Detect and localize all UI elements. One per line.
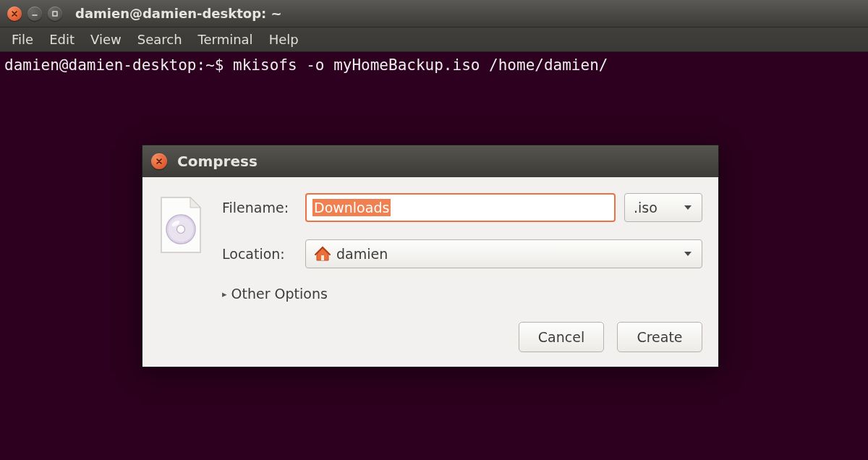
extension-select[interactable]: .iso	[624, 193, 702, 222]
dialog-titlebar: Compress	[142, 145, 718, 177]
cancel-button-label: Cancel	[538, 329, 584, 345]
iso-file-icon	[158, 193, 209, 352]
other-options-label: Other Options	[231, 286, 328, 302]
dialog-body: Filename: Downloads .iso Location:	[142, 177, 718, 367]
svg-rect-5	[321, 255, 324, 260]
maximize-window-button[interactable]	[48, 7, 62, 21]
maximize-icon	[51, 10, 59, 17]
home-icon	[315, 246, 331, 262]
filename-input[interactable]: Downloads	[305, 193, 616, 222]
svg-rect-0	[53, 12, 57, 16]
chevron-down-icon	[683, 200, 693, 216]
minimize-icon	[31, 10, 38, 17]
location-value: damien	[336, 246, 388, 262]
other-options-expander[interactable]: ▸ Other Options	[222, 286, 702, 302]
location-label: Location:	[222, 246, 305, 262]
location-select[interactable]: damien	[305, 239, 702, 268]
terminal-command: mkisofs -o myHomeBackup.iso /home/damien…	[233, 56, 608, 74]
triangle-right-icon: ▸	[222, 289, 227, 299]
chevron-down-icon	[683, 246, 693, 262]
close-window-button[interactable]	[7, 7, 22, 21]
close-icon	[11, 10, 18, 17]
minimize-window-button[interactable]	[27, 7, 42, 21]
close-icon	[156, 158, 163, 165]
compress-dialog: Compress Filename: Downloads	[142, 145, 719, 367]
dialog-button-row: Cancel Create	[222, 322, 702, 352]
filename-value: Downloads	[312, 199, 391, 216]
create-button-label: Create	[637, 329, 682, 345]
cancel-button[interactable]: Cancel	[519, 322, 604, 352]
terminal-prompt: damien@damien-desktop:~$	[4, 56, 233, 74]
extension-value: .iso	[634, 200, 658, 216]
dialog-title: Compress	[177, 153, 258, 170]
menu-file[interactable]: File	[4, 29, 41, 50]
menu-view[interactable]: View	[83, 29, 129, 50]
terminal-menubar: File Edit View Search Terminal Help	[0, 27, 868, 52]
window-controls	[7, 7, 62, 21]
svg-point-3	[177, 226, 185, 234]
dialog-close-button[interactable]	[151, 153, 167, 169]
menu-terminal[interactable]: Terminal	[191, 29, 260, 50]
terminal-output[interactable]: damien@damien-desktop:~$ mkisofs -o myHo…	[0, 52, 868, 78]
create-button[interactable]: Create	[617, 322, 702, 352]
menu-search[interactable]: Search	[130, 29, 190, 50]
terminal-titlebar: damien@damien-desktop: ~	[0, 0, 868, 27]
filename-label: Filename:	[222, 200, 305, 216]
menu-help[interactable]: Help	[262, 29, 306, 50]
window-title: damien@damien-desktop: ~	[75, 6, 282, 21]
menu-edit[interactable]: Edit	[42, 29, 82, 50]
